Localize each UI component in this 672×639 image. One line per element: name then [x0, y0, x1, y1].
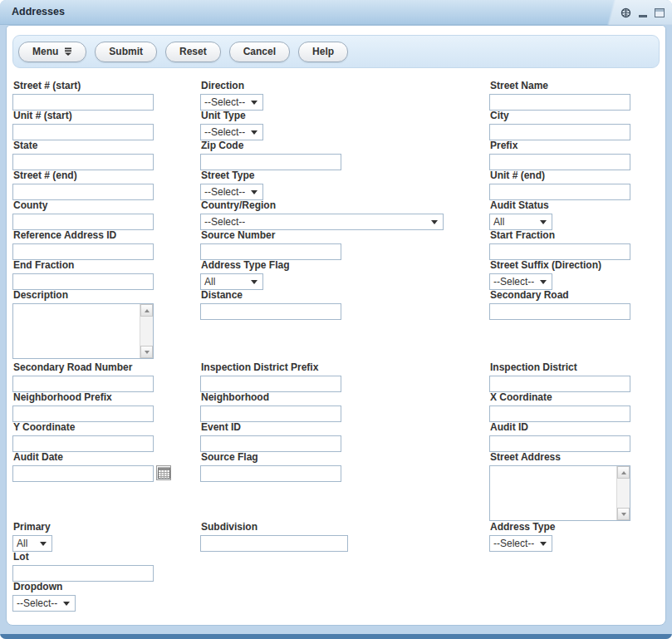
- calendar-icon[interactable]: [156, 465, 171, 480]
- addresses-window: Addresses Menu Submit: [0, 0, 672, 639]
- maximize-icon[interactable]: [655, 8, 665, 17]
- scroll-up-icon[interactable]: [617, 466, 630, 479]
- street-number-end-input[interactable]: [12, 184, 154, 200]
- secondary-road-label: Secondary Road: [490, 290, 630, 301]
- street-name-input[interactable]: [489, 94, 630, 111]
- audit-id-input[interactable]: [489, 435, 630, 452]
- lot-input[interactable]: [12, 565, 154, 582]
- primary-select[interactable]: All: [12, 535, 52, 552]
- field-neighborhood-prefix: Neighborhood Prefix: [12, 392, 154, 422]
- field-secondary-road-number: Secondary Road Number: [12, 362, 154, 392]
- state-input[interactable]: [12, 154, 154, 170]
- street-suffix-direction-select-value: --Select--: [493, 276, 534, 288]
- street-type-select[interactable]: --Select--: [200, 184, 263, 200]
- address-type-label: Address Type: [490, 522, 555, 533]
- description-textarea[interactable]: [13, 304, 139, 358]
- field-street-type: Street Type--Select--: [200, 170, 263, 200]
- field-event-id: Event ID: [200, 422, 341, 452]
- field-inspection-district-prefix: Inspection District Prefix: [200, 362, 341, 392]
- unit-number-end-label: Unit # (end): [490, 170, 630, 181]
- window-content: Menu Submit Reset Cancel Help Street # (…: [6, 25, 666, 626]
- chevron-down-icon: [251, 130, 258, 135]
- field-audit-status: Audit StatusAll: [489, 200, 552, 230]
- scroll-down-icon[interactable]: [140, 346, 153, 358]
- neighborhood-input[interactable]: [200, 406, 341, 422]
- street-number-start-input[interactable]: [12, 94, 154, 111]
- address-type-select-value: --Select--: [493, 538, 534, 549]
- chevron-down-icon: [251, 280, 258, 284]
- chevron-down-icon: [251, 101, 258, 105]
- source-number-input[interactable]: [200, 243, 341, 260]
- scroll-up-icon[interactable]: [140, 304, 153, 317]
- country-region-select[interactable]: --Select--: [200, 214, 444, 230]
- secondary-road-number-input[interactable]: [12, 376, 154, 392]
- street-address-label: Street Address: [490, 452, 630, 463]
- x-coordinate-input[interactable]: [489, 406, 630, 422]
- y-coordinate-input[interactable]: [12, 435, 154, 452]
- audit-status-select-value: All: [493, 216, 504, 228]
- y-coordinate-label: Y Coordinate: [13, 422, 154, 433]
- audit-date-input[interactable]: [12, 465, 154, 482]
- unit-number-end-input[interactable]: [489, 184, 630, 200]
- field-prefix: Prefix: [489, 140, 630, 170]
- unit-type-label: Unit Type: [201, 111, 263, 121]
- source-flag-label: Source Flag: [201, 452, 341, 463]
- secondary-road-number-label: Secondary Road Number: [13, 362, 154, 373]
- audit-date-label: Audit Date: [13, 452, 154, 463]
- field-description: Description: [12, 290, 154, 359]
- street-type-label: Street Type: [201, 170, 263, 181]
- event-id-input[interactable]: [200, 435, 341, 452]
- secondary-road-input[interactable]: [489, 303, 630, 320]
- unit-type-select[interactable]: --Select--: [200, 124, 263, 140]
- distance-input[interactable]: [200, 303, 341, 320]
- source-flag-input[interactable]: [200, 465, 341, 482]
- unit-number-start-input[interactable]: [12, 124, 154, 140]
- field-street-address: Street Address: [489, 452, 630, 521]
- county-input[interactable]: [12, 214, 154, 230]
- address-type-select[interactable]: --Select--: [489, 535, 552, 552]
- scrollbar[interactable]: [616, 466, 630, 520]
- street-address-textarea[interactable]: [490, 466, 616, 520]
- zip-code-input[interactable]: [200, 154, 341, 170]
- description-label: Description: [13, 290, 154, 301]
- prefix-input[interactable]: [489, 154, 630, 170]
- country-region-select-value: --Select--: [204, 216, 245, 228]
- field-unit-number-end: Unit # (end): [489, 170, 630, 200]
- reference-address-id-input[interactable]: [12, 243, 154, 260]
- scrollbar[interactable]: [140, 304, 153, 358]
- street-number-start-label: Street # (start): [13, 81, 154, 91]
- neighborhood-prefix-input[interactable]: [12, 406, 154, 422]
- field-zip-code: Zip Code: [200, 140, 341, 170]
- field-county: County: [12, 200, 154, 230]
- end-fraction-input[interactable]: [12, 273, 154, 290]
- dropdown-select-value: --Select--: [17, 597, 57, 609]
- start-fraction-label: Start Fraction: [490, 230, 630, 241]
- chevron-down-icon: [540, 280, 547, 284]
- field-city: City: [489, 111, 630, 140]
- address-type-flag-select[interactable]: All: [200, 273, 263, 290]
- inspection-district-prefix-input[interactable]: [200, 376, 341, 392]
- minimize-icon[interactable]: [639, 8, 647, 17]
- reference-address-id-label: Reference Address ID: [13, 230, 154, 241]
- globe-icon[interactable]: [620, 7, 631, 18]
- start-fraction-input[interactable]: [489, 243, 630, 260]
- field-start-fraction: Start Fraction: [489, 230, 630, 260]
- field-address-type-flag: Address Type FlagAll: [200, 260, 289, 290]
- field-subdivision: Subdivision: [200, 522, 348, 552]
- subdivision-input[interactable]: [200, 535, 348, 552]
- dropdown-select[interactable]: --Select--: [12, 595, 76, 612]
- direction-select-value: --Select--: [204, 96, 245, 108]
- primary-label: Primary: [13, 522, 52, 533]
- street-suffix-direction-select[interactable]: --Select--: [489, 273, 552, 290]
- inspection-district-input[interactable]: [489, 376, 630, 392]
- source-number-label: Source Number: [201, 230, 341, 241]
- field-lot: Lot: [12, 552, 154, 582]
- street-name-label: Street Name: [490, 81, 630, 91]
- distance-label: Distance: [201, 290, 341, 301]
- audit-id-label: Audit ID: [490, 422, 630, 433]
- audit-status-select[interactable]: All: [489, 214, 552, 230]
- subdivision-label: Subdivision: [201, 522, 348, 533]
- city-input[interactable]: [489, 124, 630, 140]
- direction-select[interactable]: --Select--: [200, 94, 263, 111]
- scroll-down-icon[interactable]: [617, 508, 630, 520]
